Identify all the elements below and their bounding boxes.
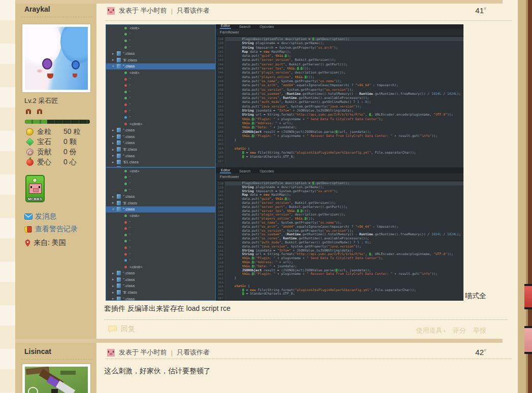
code-segment: + JSONValue.toJSONString(data); <box>291 248 353 253</box>
tree-member-row: ' <box>106 114 215 121</box>
code-segment: ); <box>334 46 338 50</box>
code-text: data.put("os_version", System.getPropert… <box>225 88 353 92</box>
code-segment: url = String.format( <box>254 113 295 117</box>
tree-member-row: ' <box>106 31 215 38</box>
chevron-right-icon: ▸ <box>112 134 117 138</box>
line-number: 152 <box>216 96 225 100</box>
code-segment: this <box>242 272 250 276</box>
tree-row-label: '$1.class <box>123 160 139 164</box>
line-number: 147 <box>216 217 225 221</box>
code-line: 158 this.("Address: " + url); <box>216 261 463 265</box>
code-segment: "os_cores" <box>259 96 279 100</box>
line-number: 158 <box>216 261 225 265</box>
code-segment: "info" <box>420 134 431 138</box>
line-number: 165 <box>216 289 225 293</box>
only-author-link[interactable]: 只看该作者 <box>177 348 210 357</box>
code-segment: url = String.format( <box>254 252 295 256</box>
post1-author-panel: Araykal Lv.2 采石匠 金粒50 粒宝石0 颗贡献0 份爱心0 心 M… <box>15 0 96 339</box>
header-separator: | <box>171 349 173 356</box>
code-segment: { <box>246 147 250 151</box>
avatar[interactable] <box>22 364 90 393</box>
code-line: 167 <box>216 159 463 163</box>
tree-row-label: ''.class <box>123 64 135 68</box>
line-number: 142 <box>216 197 225 201</box>
code-segment: , URLEncoder.encode(pluginname, <box>371 113 434 117</box>
floor-number-link[interactable]: 42# <box>475 348 486 356</box>
code-segment: "os.arch" <box>316 46 334 50</box>
code-segment: "plugins%1$sPluginHelper%1$sconfig.yml" <box>295 151 371 155</box>
code-segment: { <box>246 284 250 288</box>
class-file-icon <box>117 140 121 145</box>
code-segment: , Bukkit.getServer().getOnlineMode() ? <box>281 100 357 104</box>
code-segment: (url, jsondata)); <box>338 268 371 272</box>
code-segment: )); <box>431 134 438 138</box>
action-link[interactable]: 举报 <box>473 326 486 335</box>
line-number: 164 <box>216 284 225 289</box>
line-number: 162 <box>216 276 225 280</box>
code-segment: )); <box>447 113 453 117</box>
username-link[interactable]: Araykal <box>24 5 50 13</box>
code-segment: .equalsIgnoreCase(tmposarch) ? <box>295 83 355 87</box>
code-text: data.put("guid", this.); <box>225 54 291 58</box>
code-segment: this <box>275 54 283 58</box>
code-segment: data.put( <box>226 209 259 213</box>
code-segment <box>226 193 242 197</box>
code-line: 140 String tmposarch = System.getPropert… <box>216 46 463 50</box>
view-warnings-link[interactable]: 查看警告记录 <box>24 225 78 234</box>
line-number: 167 <box>216 296 225 300</box>
code-segment <box>226 125 242 129</box>
code-segment: "Plugin: " <box>256 256 275 260</box>
code-text: this.("Data: " + jsondata); <box>225 125 297 129</box>
line-number: 139 <box>216 41 225 45</box>
member-dot-icon <box>124 40 127 42</box>
class-file-icon <box>117 194 121 199</box>
post-attachment-images[interactable]: <init>'''▸''.class▸'$'.class▾''.class<in… <box>106 24 463 301</box>
code-segment <box>226 264 242 268</box>
code-line: 149 data.put("os_arch", "amd64".equalsIg… <box>216 83 463 87</box>
reply-button[interactable]: 回复 <box>108 325 135 334</box>
user-level: Lv.2 采石匠 <box>24 96 58 105</box>
code-segment: 1024L <box>447 232 457 236</box>
code-segment: String <box>242 185 254 189</box>
code-segment <box>226 134 242 138</box>
code-segment: , <box>291 217 295 221</box>
code-segment <box>226 284 234 288</box>
tab-search: Search <box>238 168 251 173</box>
code-segment: data.put( <box>226 62 259 66</box>
code-segment: )); <box>447 252 453 256</box>
code-segment: ); <box>379 117 383 121</box>
tree-row-label: '$'.class <box>123 147 137 152</box>
chevron-right-icon: ▸ <box>112 284 117 288</box>
avatar[interactable] <box>22 24 90 92</box>
chevron-right-icon: ▸ <box>112 201 117 205</box>
code-segment: new <box>250 151 256 155</box>
saddle-medal-icon <box>36 108 44 115</box>
send-message-link[interactable]: 发消息 <box>24 212 56 221</box>
code-segment: , Bukkit.getVersion()); <box>291 58 336 62</box>
code-segment: "java_version" <box>259 104 287 109</box>
code-segment: , File.separatorChar)); <box>371 151 416 155</box>
code-segment: (url, jsondata)); <box>338 130 371 134</box>
tree-row-label: ''.class <box>123 134 135 139</box>
code-segment: "Info=" <box>277 248 291 253</box>
chevron-right-icon: ▸ <box>112 128 117 132</box>
only-author-link[interactable]: 只看该作者 <box>177 6 210 15</box>
code-text: } <box>225 276 236 280</box>
code-segment: "UTF-8" <box>434 252 447 256</box>
code-segment: ()); <box>303 209 310 213</box>
floor-suffix: # <box>484 6 486 11</box>
shell-icon <box>26 149 34 156</box>
code-segment: 1024L <box>431 92 441 96</box>
line-number: 146 <box>216 213 225 217</box>
code-line: 147 data.put("players_online", this.()); <box>216 75 463 79</box>
code-segment: data.put( <box>226 240 259 244</box>
code-segment <box>226 268 242 272</box>
code-segment: "x86_64" <box>355 225 371 229</box>
action-link[interactable]: 评分 <box>453 326 466 335</box>
action-link[interactable]: 使用道具▾ <box>416 326 446 335</box>
floor-number-link[interactable]: 41# <box>475 6 486 15</box>
code-segment: = StandardCharsets.UTF_8; <box>244 292 295 296</box>
code-line: 138 PluginDescriptionFile description = … <box>216 37 463 41</box>
username-link[interactable]: Lisincat <box>24 347 51 355</box>
code-text: data.put("os_usemem", (Runtime.getRuntim… <box>225 92 461 96</box>
